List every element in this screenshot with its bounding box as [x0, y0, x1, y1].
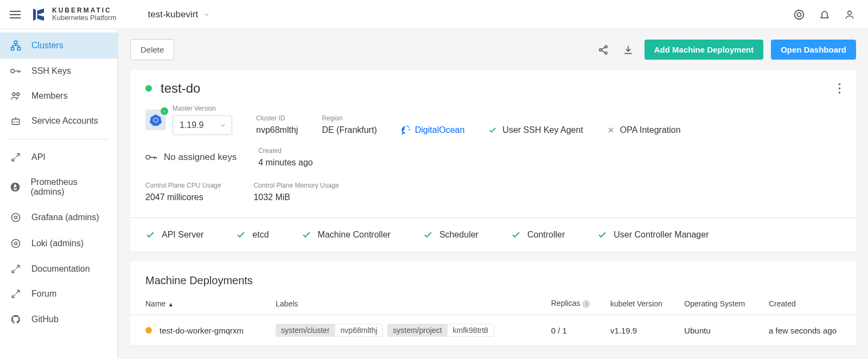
component-name: Controller [527, 230, 565, 240]
cluster-menu-icon[interactable] [838, 83, 841, 94]
sidebar-item-label: GitHub [31, 315, 59, 324]
project-selector[interactable]: test-kubevirt [148, 9, 210, 20]
sidebar-item-label: Grafana (admins) [31, 213, 99, 222]
open-dashboard-button[interactable]: Open Dashboard [771, 40, 856, 60]
delete-button[interactable]: Delete [130, 39, 174, 60]
col-name[interactable]: Name▲ [130, 292, 270, 315]
master-version-value: 1.19.9 [180, 120, 203, 130]
sidebar-item-github[interactable]: GitHub [0, 306, 117, 332]
download-icon[interactable] [620, 41, 637, 59]
svg-rect-4 [11, 47, 14, 50]
loki-icon [10, 238, 22, 249]
sidebar-item-loki[interactable]: Loki (admins) [0, 230, 117, 257]
svg-rect-23 [403, 132, 404, 133]
sidebar-item-documentation[interactable]: Documentation [0, 257, 117, 281]
check-icon [302, 230, 311, 240]
component-name: Machine Controller [318, 230, 391, 240]
upgrade-available-icon: ↑ [161, 107, 168, 115]
deployment-kubelet: v1.19.9 [605, 315, 679, 346]
help-icon[interactable] [793, 9, 805, 21]
sidebar-item-service-accounts[interactable]: Service Accounts [0, 108, 117, 133]
svg-point-1 [797, 12, 801, 16]
opa-label: OPA Integration [620, 125, 681, 135]
check-icon [597, 230, 607, 240]
digitalocean-icon [401, 125, 411, 135]
col-created[interactable]: Created [763, 292, 856, 315]
deployment-os: Ubuntu [679, 315, 763, 346]
component-status: User Controller Manager [597, 230, 709, 240]
svg-point-8 [17, 93, 20, 95]
cluster-id-label: Cluster ID [256, 114, 298, 122]
master-version-label: Master Version [173, 105, 232, 112]
col-replicas[interactable]: Replicasi [546, 292, 605, 315]
cpu-usage-value: 2047 millicores [145, 193, 221, 202]
col-os[interactable]: Operating System [679, 292, 763, 315]
page-actions: Delete Add Machine Deployment Open Dashb… [130, 39, 856, 60]
account-icon[interactable] [844, 9, 855, 21]
cluster-id-value: nvp68mlthj [256, 125, 298, 135]
col-kubelet[interactable]: kubelet Version [605, 292, 679, 315]
sidebar-item-ssh-keys[interactable]: SSH Keys [0, 59, 117, 84]
sidebar-item-label: SSH Keys [31, 66, 71, 76]
topbar: KUBERMATIC Kubernetes Platform test-kube… [0, 0, 868, 29]
label-chip: system/clusternvp68mlthj [276, 324, 383, 337]
svg-point-25 [146, 155, 150, 159]
created-label: Created [258, 147, 313, 155]
main-content: Delete Add Machine Deployment Open Dashb… [118, 29, 868, 359]
component-status: etcd [236, 230, 269, 240]
deployment-created: a few seconds ago [763, 315, 856, 346]
sort-asc-icon: ▲ [168, 301, 174, 307]
svg-marker-21 [150, 114, 162, 126]
info-icon: i [582, 300, 590, 308]
master-version-select[interactable]: 1.19.9 [173, 116, 232, 135]
notifications-icon[interactable] [819, 9, 830, 21]
share-icon[interactable] [595, 41, 612, 59]
table-row[interactable]: test-do-worker-gmqrxmsystem/clusternvp68… [130, 315, 856, 346]
svg-point-6 [11, 69, 15, 73]
col-labels[interactable]: Labels [270, 292, 546, 315]
sidebar-item-clusters[interactable]: Clusters [0, 33, 117, 59]
opa-flag: OPA Integration [607, 125, 681, 135]
cluster-card: test-do ↑ Master Version [130, 70, 856, 252]
mem-usage-label: Control Plane Memory Usage [253, 182, 339, 189]
deployment-labels: system/clusternvp68mlthjsystem/projectkm… [270, 315, 546, 346]
mem-usage-value: 1032 MiB [253, 193, 339, 202]
menu-toggle-icon[interactable] [10, 11, 21, 18]
provider-name: DigitalOcean [415, 125, 465, 135]
svg-point-20 [839, 92, 841, 94]
svg-point-10 [14, 121, 15, 123]
deployment-replicas: 0 / 1 [546, 315, 605, 346]
region-label: Region [322, 114, 376, 122]
prometheus-icon [10, 182, 21, 193]
component-name: etcd [252, 230, 269, 240]
sidebar-item-members[interactable]: Members [0, 84, 117, 108]
svg-point-13 [15, 216, 17, 219]
label-chip: system/projectkmfk98trt8 [387, 324, 494, 337]
external-link-icon [10, 264, 22, 274]
machine-deployments-table: Name▲ Labels Replicasi kubelet Version O… [130, 292, 856, 345]
ssh-agent-label: User SSH Key Agent [502, 125, 583, 135]
deployment-status-dot [145, 327, 152, 334]
sidebar-item-grafana[interactable]: Grafana (admins) [0, 204, 117, 230]
sidebar-item-prometheus[interactable]: Prometheus (admins) [0, 170, 117, 204]
svg-point-18 [839, 83, 841, 85]
assigned-ssh-keys: No assigned keys [145, 152, 237, 163]
clusters-icon [10, 40, 22, 51]
svg-rect-3 [15, 41, 17, 44]
check-icon [511, 230, 521, 240]
expand-icon [10, 152, 22, 162]
region-value: DE (Frankfurt) [322, 125, 376, 135]
sidebar: Clusters SSH Keys Members Service Accoun… [0, 29, 118, 359]
component-health-row: API ServeretcdMachine ControllerSchedule… [130, 218, 856, 252]
component-status: Scheduler [423, 230, 478, 240]
check-icon [145, 230, 155, 240]
sidebar-item-label: API [31, 152, 46, 162]
brand: KUBERMATIC Kubernetes Platform [30, 7, 117, 23]
cloud-provider: DigitalOcean [401, 125, 465, 135]
add-machine-deployment-button[interactable]: Add Machine Deployment [644, 40, 763, 60]
topbar-actions [793, 9, 855, 21]
sidebar-item-api[interactable]: API [0, 145, 117, 170]
sidebar-item-forum[interactable]: Forum [0, 281, 117, 306]
component-name: User Controller Manager [614, 230, 709, 240]
key-icon [145, 154, 157, 161]
